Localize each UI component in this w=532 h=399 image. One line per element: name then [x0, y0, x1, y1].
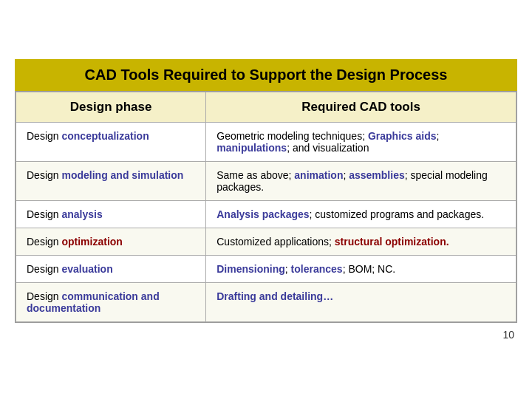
- table-row: Design evaluationDimensioning; tolerance…: [16, 255, 516, 282]
- phase-cell: Design communication and documentation: [16, 282, 206, 321]
- phase-prefix: Design: [27, 208, 61, 220]
- tools-cell: Geometric modeling techniques; Graphics …: [206, 122, 516, 161]
- tools-keyword: Graphics aids: [368, 130, 437, 142]
- tools-keyword2: manipulations: [216, 142, 287, 154]
- table-row: Design conceptualizationGeometric modeli…: [16, 122, 516, 161]
- tools-rest: ;: [285, 263, 291, 275]
- tools-keyword: Dimensioning: [216, 263, 285, 275]
- phase-keyword: evaluation: [61, 263, 112, 275]
- tools-keyword: structural optimization.: [335, 236, 449, 248]
- tools-cell: Analysis packages; customized programs a…: [206, 200, 516, 228]
- table-row: Design analysisAnalysis packages; custom…: [16, 200, 516, 228]
- phase-keyword: modeling and simulation: [61, 169, 183, 181]
- tools-cell: Dimensioning; tolerances; BOM; NC.: [206, 255, 516, 282]
- tools-rest2: ; BOM; NC.: [343, 263, 396, 275]
- cad-tools-table: Design phase Required CAD tools Design c…: [16, 92, 516, 322]
- tools-keyword: animation: [294, 169, 343, 181]
- page-number: 10: [15, 329, 517, 341]
- tools-rest: ;: [437, 130, 440, 142]
- col-header-tools: Required CAD tools: [206, 92, 516, 122]
- tools-keyword: Drafting and detailing…: [216, 290, 333, 302]
- tools-keyword: Analysis packages: [216, 208, 309, 220]
- tools-cell: Same as above; animation; assemblies; sp…: [206, 161, 516, 200]
- phase-prefix: Design: [27, 130, 61, 142]
- tools-keyword2: tolerances: [291, 263, 343, 275]
- tools-text: Customized applications;: [216, 236, 335, 248]
- phase-keyword: optimization: [61, 236, 122, 248]
- phase-prefix: Design: [27, 263, 61, 275]
- tools-keyword2: assemblies: [349, 169, 405, 181]
- tools-rest: ; customized programs and packages.: [310, 208, 485, 220]
- phase-cell: Design evaluation: [16, 255, 206, 282]
- phase-cell: Design analysis: [16, 200, 206, 228]
- tools-cell: Customized applications; structural opti…: [206, 228, 516, 255]
- col-header-phase: Design phase: [16, 92, 206, 122]
- phase-cell: Design modeling and simulation: [16, 161, 206, 200]
- phase-prefix: Design: [27, 290, 61, 302]
- table-row: Design communication and documentationDr…: [16, 282, 516, 321]
- phase-prefix: Design: [27, 169, 61, 181]
- phase-cell: Design optimization: [16, 228, 206, 255]
- table-row: Design modeling and simulationSame as ab…: [16, 161, 516, 200]
- tools-cell: Drafting and detailing…: [206, 282, 516, 321]
- table-header-row: Design phase Required CAD tools: [16, 92, 516, 122]
- phase-prefix: Design: [27, 236, 61, 248]
- tools-rest2: ; and visualization: [287, 142, 369, 154]
- phase-keyword: analysis: [61, 208, 102, 220]
- table-row: Design optimizationCustomized applicatio…: [16, 228, 516, 255]
- main-table-wrapper: Design phase Required CAD tools Design c…: [15, 91, 517, 323]
- table-title: CAD Tools Required to Support the Design…: [15, 59, 517, 91]
- phase-keyword: conceptualization: [61, 130, 149, 142]
- tools-text: Geometric modeling techniques;: [216, 130, 368, 142]
- phase-cell: Design conceptualization: [16, 122, 206, 161]
- tools-text: Same as above;: [216, 169, 294, 181]
